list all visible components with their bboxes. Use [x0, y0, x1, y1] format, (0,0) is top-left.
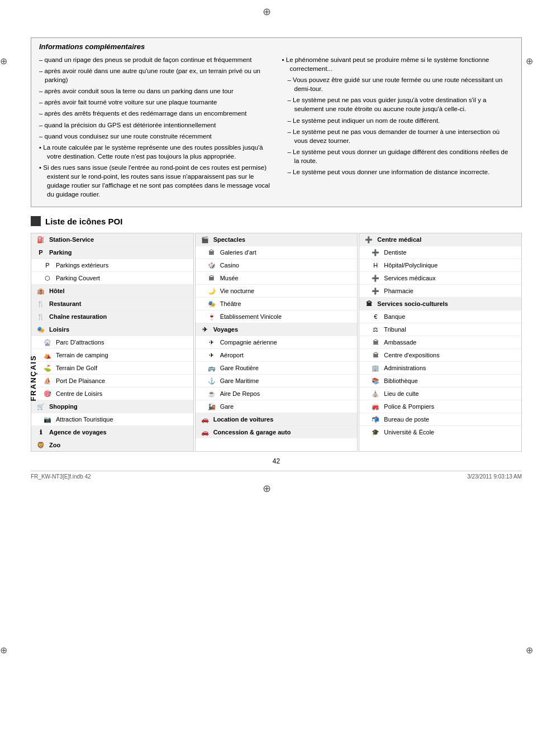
- poi-label: Attraction Touristique: [56, 415, 190, 423]
- poi-row: 🚗Location de voitures: [196, 413, 358, 426]
- info-col-left: quand un ripage des pneus se produit de …: [39, 55, 271, 201]
- poi-label: Aire De Repos: [220, 390, 354, 398]
- list-item: quand vous conduisez sur une route const…: [39, 132, 271, 141]
- poi-label: Lieu de culte: [384, 390, 518, 398]
- poi-label: Voyages: [213, 326, 354, 333]
- poi-label: Centre d'expositions: [384, 351, 518, 359]
- poi-row: 🚒Police & Pompiers: [359, 400, 521, 413]
- poi-label: Concession & garage auto: [213, 428, 354, 436]
- poi-col-2: 🎬Spectacles🏛Galeries d'art🎲Casino🏛Musée🌙…: [195, 233, 358, 452]
- list-item: Si des rues sans issue (seule l'entrée a…: [39, 163, 271, 199]
- list-item: Vous pouvez être guidé sur une route fer…: [282, 75, 514, 93]
- poi-row: 🛒Shopping: [31, 400, 193, 413]
- poi-icon: ➕: [363, 235, 375, 245]
- poi-label: Services socio-culturels: [377, 300, 518, 308]
- poi-icon: 🚗: [199, 427, 211, 437]
- poi-icon: 🎲: [206, 260, 218, 270]
- poi-icon: ✈: [199, 324, 211, 334]
- poi-icon: H: [369, 260, 382, 270]
- poi-label: Centre de Loisirs: [56, 390, 190, 398]
- crosshair-bottom-icon: ⊕: [0, 482, 533, 495]
- poi-icon: 📬: [369, 414, 382, 424]
- poi-label: Établissement Vinicole: [220, 313, 354, 320]
- poi-row: 🎯Centre de Loisirs: [31, 387, 193, 400]
- poi-row: 🏨Hôtel: [31, 285, 193, 298]
- poi-icon: 🛒: [35, 401, 47, 412]
- poi-row: 🍷Établissement Vinicole: [196, 310, 358, 323]
- page-container: ⊕ ⊕ ⊕ ⊕ ⊕ FRANÇAIS Informations compléme…: [0, 0, 533, 756]
- poi-icon: 🌙: [206, 286, 218, 296]
- list-item: après des arrêts fréquents et des redéma…: [39, 109, 271, 118]
- poi-row: PParkings extérieurs: [31, 259, 193, 272]
- section-title-bar: [31, 216, 41, 226]
- poi-label: Restaurant: [49, 300, 190, 308]
- poi-icon: 🦁: [35, 440, 47, 450]
- crosshair-right-bottom-icon: ⊕: [526, 645, 533, 655]
- list-item: La route calculée par le système représe…: [39, 143, 271, 161]
- poi-row: 🏢Administrations: [359, 362, 521, 375]
- poi-label: Agence de voyages: [49, 428, 190, 436]
- poi-label: Location de voitures: [213, 415, 354, 423]
- poi-label: Terrain de camping: [56, 351, 190, 359]
- poi-row: ⚖Tribunal: [359, 323, 521, 336]
- poi-label: Hôpital/Polyclinique: [384, 261, 518, 269]
- poi-row: 🍴Restaurant: [31, 298, 193, 310]
- list-item: après avoir conduit sous la terre ou dan…: [39, 87, 271, 95]
- poi-row: 🌙Vie nocturne: [196, 285, 358, 298]
- poi-row: ➕Services médicaux: [359, 272, 521, 285]
- poi-label: Station-Service: [49, 236, 190, 243]
- poi-label: Casino: [220, 261, 354, 269]
- poi-label: Compagnie aérienne: [220, 338, 354, 346]
- poi-icon: ➕: [369, 286, 382, 296]
- poi-icon: ⛵: [41, 376, 54, 386]
- poi-row: ⛪Lieu de culte: [359, 387, 521, 400]
- main-content: Informations complémentaires quand un ri…: [31, 21, 522, 480]
- poi-icon: 🎭: [35, 324, 47, 334]
- poi-icon: 🎬: [199, 235, 211, 245]
- poi-label: Pharmacie: [384, 287, 518, 295]
- list-item: Le système peut ne pas vous demander de …: [282, 127, 514, 145]
- poi-row: ➕Centre médical: [359, 233, 521, 246]
- poi-col-1: ⛽Station-ServicePParkingPParkings extéri…: [31, 233, 194, 452]
- info-box: Informations complémentaires quand un ri…: [31, 37, 522, 207]
- poi-label: Banque: [384, 313, 518, 320]
- poi-icon: 🏛: [369, 337, 382, 347]
- poi-icon: 🎓: [369, 427, 382, 437]
- poi-icon: 🍴: [35, 312, 47, 322]
- poi-icon: 🏢: [369, 363, 382, 373]
- poi-col-3: ➕Centre médical➕DentisteHHôpital/Polycli…: [359, 233, 522, 452]
- poi-row: HHôpital/Polyclinique: [359, 259, 521, 272]
- poi-label: Spectacles: [213, 236, 354, 243]
- poi-row: 🦁Zoo: [31, 439, 193, 451]
- poi-label: Parking Couvert: [56, 274, 190, 282]
- poi-row: ✈Compagnie aérienne: [196, 336, 358, 349]
- crosshair-right-top-icon: ⊕: [526, 56, 533, 66]
- poi-row: 🚌Gare Routière: [196, 362, 358, 375]
- poi-icon: 🚂: [206, 401, 218, 412]
- poi-row: ⛵Port De Plaisance: [31, 375, 193, 387]
- poi-icon: ⛪: [369, 389, 382, 399]
- page-number: 42: [31, 457, 522, 465]
- poi-label: Théâtre: [220, 300, 354, 308]
- poi-row: 🎲Casino: [196, 259, 358, 272]
- poi-label: Hôtel: [49, 287, 190, 295]
- poi-label: Parc D'attractions: [56, 338, 190, 346]
- crosshair-top-icon: ⊕: [0, 6, 533, 18]
- poi-icon: 📚: [369, 376, 382, 386]
- info-box-title: Informations complémentaires: [39, 42, 513, 51]
- poi-label: Parkings extérieurs: [56, 261, 190, 269]
- info-col-right: Le phénomène suivant peut se produire mê…: [282, 55, 514, 201]
- poi-row: 🚗Concession & garage auto: [196, 426, 358, 438]
- poi-icon: ℹ: [35, 427, 47, 437]
- poi-row: 🎭Théâtre: [196, 298, 358, 310]
- poi-row: ➕Dentiste: [359, 246, 521, 259]
- poi-label: Parking: [49, 248, 190, 256]
- poi-label: Université & École: [384, 428, 518, 436]
- poi-icon: 🎡: [41, 337, 54, 347]
- crosshair-left-top-icon: ⊕: [0, 56, 7, 66]
- poi-icon: ✈: [206, 337, 218, 347]
- poi-icon: P: [41, 260, 54, 270]
- poi-icon: ⛽: [35, 235, 47, 245]
- poi-row: 🎭Loisirs: [31, 323, 193, 336]
- poi-row: 📚Bibliothèque: [359, 375, 521, 387]
